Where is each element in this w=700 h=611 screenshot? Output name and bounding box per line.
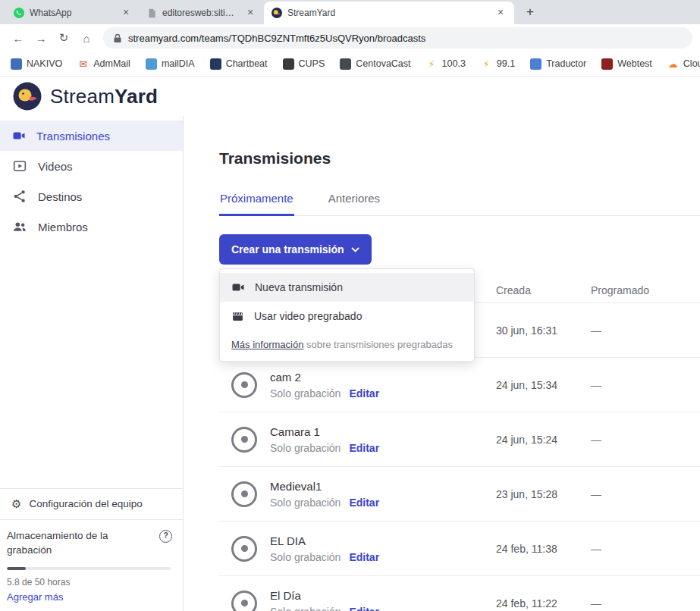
reload-button[interactable]: ↻ <box>53 27 74 49</box>
record-icon <box>231 591 257 611</box>
scheduled-cell: — <box>591 434 601 446</box>
edit-link[interactable]: Editar <box>349 551 379 563</box>
bookmark-label: 100.3 <box>442 58 466 69</box>
created-cell: 24 jun, 15:34 <box>496 379 557 391</box>
help-icon[interactable]: ? <box>159 530 172 543</box>
home-button[interactable]: ⌂ <box>76 27 97 49</box>
sidebar-item-destinos[interactable]: Destinos <box>0 181 183 212</box>
broadcast-type: Solo grabación <box>270 387 341 400</box>
close-tab-icon[interactable]: × <box>244 7 256 19</box>
url-field[interactable]: streamyard.com/teams/TQDhBC9ZNTmft6z5UsQ… <box>103 27 692 49</box>
bookmark-traductor[interactable]: Traductor <box>530 58 586 70</box>
nakivo-icon <box>11 58 22 70</box>
create-broadcast-button[interactable]: Crear una transmisión <box>219 234 372 265</box>
bookmark-cloudflare[interactable]: ☁ CloudFlare <box>667 58 700 70</box>
bookmark-100.3[interactable]: ⚡ 100.3 <box>426 58 466 70</box>
share-icon <box>12 189 27 204</box>
created-cell: 23 jun, 15:28 <box>496 488 557 500</box>
broadcast-row: cam 2 Solo grabación Editar 24 jun, 15:3… <box>219 358 700 412</box>
camera-icon <box>12 129 26 143</box>
chevron-down-icon <box>351 247 359 252</box>
bookmark-maildia[interactable]: mailDIA <box>146 58 195 70</box>
record-icon <box>231 372 257 398</box>
bookmark-label: Chartbeat <box>226 58 268 69</box>
scheduled-cell: — <box>591 543 601 555</box>
forward-button[interactable]: → <box>30 27 52 49</box>
bookmark-nakivo[interactable]: NAKIVO <box>11 58 62 70</box>
sidebar-item-label: Miembros <box>38 221 88 233</box>
edit-link[interactable]: Editar <box>349 606 379 611</box>
bookmark-webtest[interactable]: Webtest <box>601 58 652 70</box>
broadcast-tabs: PróximamenteAnteriores <box>219 192 700 216</box>
bookmark-chartbeat[interactable]: Chartbeat <box>210 58 268 70</box>
sidebar-item-videos[interactable]: Videos <box>0 151 183 181</box>
lock-icon <box>113 33 122 43</box>
edit-link[interactable]: Editar <box>349 442 379 454</box>
broadcast-row: EL DIA Solo grabación Editar 24 feb, 11:… <box>219 522 700 576</box>
more-info-link[interactable]: Más información <box>231 339 303 350</box>
close-tab-icon[interactable]: × <box>120 7 132 19</box>
bookmark-label: CUPS <box>299 58 325 69</box>
sidebar-item-label: Transmisiones <box>36 130 110 143</box>
maildia-icon <box>146 58 157 70</box>
bookmark-label: 99.1 <box>497 58 515 69</box>
create-dropdown-menu: Nueva transmisión Usar video pregrabado … <box>219 268 475 362</box>
sidebar-nav: Transmisiones Videos Destinos Miembros <box>0 121 183 242</box>
tab-próximamente[interactable]: Próximamente <box>219 192 294 216</box>
tab-anteriores[interactable]: Anteriores <box>328 192 381 216</box>
new-tab-button[interactable]: + <box>520 2 540 22</box>
storage-progress-fill <box>7 567 26 570</box>
clapper-icon <box>231 310 244 323</box>
browser-tab-whatsapp[interactable]: WhatsApp × <box>6 2 140 24</box>
radio-100-icon: ⚡ <box>426 58 438 70</box>
centovacast-icon <box>340 58 351 70</box>
sidebar-item-label: Destinos <box>38 190 82 203</box>
close-tab-icon[interactable]: × <box>494 7 507 19</box>
broadcast-row: Camara 1 Solo grabación Editar 24 jun, 1… <box>219 412 700 467</box>
dropdown-menu-item[interactable]: Usar video pregrabado <box>220 302 474 331</box>
bookmark-label: Webtest <box>617 58 652 69</box>
bookmark-99.1[interactable]: ⚡ 99.1 <box>481 58 515 70</box>
edit-link[interactable]: Editar <box>349 497 379 509</box>
bookmark-cups[interactable]: CUPS <box>283 58 325 70</box>
scheduled-cell: — <box>591 324 601 337</box>
dropdown-item-label: Usar video pregrabado <box>254 310 362 322</box>
admmail-icon: ✉ <box>77 58 89 70</box>
main-content: Transmisiones PróximamenteAnteriores Cre… <box>184 116 700 611</box>
browser-tab-streamyard[interactable]: StreamYard × <box>264 2 514 24</box>
record-icon <box>231 536 257 562</box>
streamyard-favicon-icon <box>272 8 282 18</box>
sidebar-item-miembros[interactable]: Miembros <box>0 212 183 242</box>
browser-window: WhatsApp × editoresweb:sitioweb:eldia.co… <box>0 0 700 77</box>
back-button[interactable]: ← <box>8 27 29 49</box>
bookmark-label: AdmMail <box>93 58 130 69</box>
broadcast-type: Solo grabación <box>270 551 341 563</box>
people-icon <box>12 219 27 234</box>
streamyard-logo-icon <box>13 82 42 111</box>
bookmark-label: CloudFlare <box>683 58 700 69</box>
edit-link[interactable]: Editar <box>349 387 379 400</box>
add-more-link[interactable]: Agregar más <box>7 591 63 603</box>
broadcast-title: EL DIA <box>270 534 379 547</box>
created-cell: 30 jun, 16:31 <box>496 324 557 337</box>
column-scheduled: Programado <box>591 284 649 296</box>
broadcast-row: Medieval1 Solo grabación Editar 23 jun, … <box>219 467 700 522</box>
sidebar-item-team-settings[interactable]: ⚙ Configuración del equipo <box>0 488 183 519</box>
webtest-icon <box>601 58 613 70</box>
sidebar-item-label: Videos <box>38 160 73 173</box>
tab-title: editoresweb:sitioweb:eldia.co <box>162 8 239 18</box>
bookmark-label: NAKIVO <box>27 58 62 69</box>
broadcast-title: Medieval1 <box>270 480 379 493</box>
sidebar-item-transmisiones[interactable]: Transmisiones <box>0 121 183 151</box>
tab-title: WhatsApp <box>30 8 115 18</box>
dropdown-menu-item[interactable]: Nueva transmisión <box>220 273 474 302</box>
browser-tab-page[interactable]: editoresweb:sitioweb:eldia.co × <box>140 2 264 24</box>
bookmark-admmail[interactable]: ✉ AdmMail <box>77 58 130 70</box>
sidebar: Transmisiones Videos Destinos Miembros ⚙… <box>0 116 184 611</box>
storage-panel: Almacenamiento de la grabación ? 5.8 de … <box>0 519 183 611</box>
radio-99-icon: ⚡ <box>481 58 492 70</box>
cloudflare-icon: ☁ <box>667 58 679 70</box>
bookmark-centovacast[interactable]: CentovaCast <box>340 58 410 70</box>
broadcast-type: Solo grabación <box>270 606 341 611</box>
storage-usage-text: 5.8 de 50 horas <box>7 577 172 588</box>
